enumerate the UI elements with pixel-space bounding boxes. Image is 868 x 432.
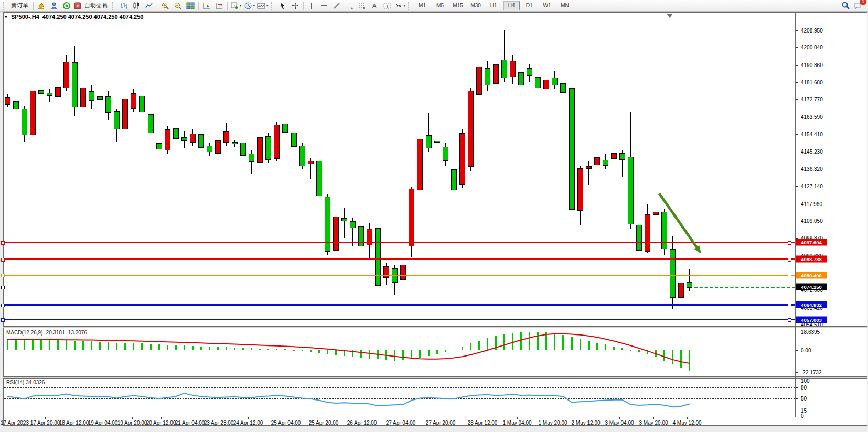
macd-histogram-bar (302, 350, 303, 351)
macd-histogram-bar (217, 347, 219, 350)
templates-icon[interactable]: ▾ (256, 1, 269, 11)
svg-text:E: E (351, 6, 353, 9)
notifications-icon[interactable]: 1 (852, 1, 864, 11)
macd-tick-label: -22.1732 (801, 370, 821, 375)
text-tool-icon[interactable]: A (369, 1, 380, 11)
candle (249, 154, 254, 162)
cursor-tool-icon[interactable] (277, 1, 288, 11)
line-handle[interactable] (1, 258, 5, 262)
candle (611, 153, 617, 159)
horizontal-line-tool-icon[interactable] (318, 1, 330, 11)
line-handle[interactable] (1, 274, 5, 277)
pane-splitter[interactable] (3, 376, 867, 377)
timeframe-button-w1[interactable]: W1 (539, 1, 555, 10)
macd-signal-value: -13.2076 (67, 330, 87, 336)
stamp-icon[interactable] (36, 1, 47, 11)
rsi-indicator-pane[interactable]: RSI(14) 34.0326 (4, 379, 795, 417)
timeframe-button-h4[interactable]: H4 (503, 1, 520, 10)
main-chart-pane[interactable] (4, 20, 795, 326)
price-tick-mark (796, 152, 798, 152)
line-handle[interactable] (788, 318, 791, 322)
chart-shift-marker[interactable] (667, 14, 673, 18)
macd-histogram-bar (267, 349, 269, 350)
search-icon[interactable] (840, 1, 851, 11)
candlestick-chart-type-icon[interactable] (131, 1, 142, 11)
price-tick-label: 4208.950 (801, 28, 823, 34)
macd-indicator-pane[interactable]: MACD(12,26,9) -20.3181 -13.2076 (4, 328, 795, 376)
candle (653, 212, 659, 215)
fibonacci-tool-icon[interactable]: F (356, 1, 368, 11)
time-tick-label: 20 Apr 12:00 (146, 420, 176, 426)
trendline-tool-icon[interactable] (331, 1, 342, 11)
line-handle[interactable] (788, 274, 791, 277)
macd-histogram-bar (327, 350, 328, 354)
horizontal-line-object[interactable] (4, 304, 795, 306)
mt4-application: 新订单 自动交易 ▾ ▾ ▾ E F A T ▾ (0, 0, 868, 432)
chart-shift-icon[interactable] (213, 1, 225, 11)
timeframe-button-m15[interactable]: M15 (449, 1, 466, 10)
candle (443, 147, 448, 161)
profile-icon[interactable] (48, 1, 60, 11)
candle (173, 128, 179, 139)
macd-histogram-bar (647, 350, 648, 354)
horizontal-line-object[interactable] (4, 258, 795, 260)
candle (350, 221, 356, 228)
time-tick-mark (103, 417, 103, 419)
line-chart-type-icon[interactable] (143, 1, 155, 11)
auto-scroll-icon[interactable] (201, 1, 212, 11)
candle (468, 91, 474, 167)
macd-histogram-bar (335, 350, 337, 355)
signals-icon[interactable] (61, 1, 72, 11)
tile-windows-icon[interactable] (185, 1, 196, 11)
horizontal-line-object[interactable] (4, 287, 795, 287)
macd-histogram-bar (470, 343, 471, 350)
time-tick-mark (619, 417, 620, 419)
macd-tick-label: 18.6395 (801, 329, 820, 334)
macd-histogram-bar (242, 348, 244, 350)
horizontal-line-object[interactable] (4, 242, 795, 243)
timeframe-button-mn[interactable]: MN (556, 1, 573, 10)
candle (5, 97, 10, 105)
line-handle[interactable] (788, 258, 791, 262)
timeframe-button-d1[interactable]: D1 (521, 1, 538, 10)
line-handle[interactable] (788, 304, 791, 307)
macd-histogram-bar (411, 350, 412, 359)
timeframe-button-m30[interactable]: M30 (467, 1, 484, 10)
time-tick-label: 25 Apr 20:00 (309, 420, 339, 426)
zoom-out-icon[interactable] (172, 1, 184, 11)
rsi-tick-mark (796, 387, 798, 388)
annotation-arrow[interactable] (4, 20, 795, 326)
time-tick-label: 28 Apr 12:00 (468, 420, 498, 426)
vertical-line-tool-icon[interactable] (306, 1, 317, 11)
crosshair-tool-icon[interactable] (290, 1, 301, 11)
periods-icon[interactable]: ▾ (243, 1, 256, 11)
line-handle[interactable] (1, 286, 5, 289)
auto-trading-button[interactable]: 自动交易 (73, 1, 110, 11)
zoom-in-icon[interactable] (159, 1, 171, 11)
line-handle[interactable] (1, 304, 5, 307)
timeframe-button-m5[interactable]: M5 (432, 1, 448, 10)
indicators-icon[interactable]: ▾ (230, 1, 242, 11)
bar-chart-type-icon[interactable] (118, 1, 130, 11)
timeframe-button-h1[interactable]: H1 (485, 1, 502, 10)
line-handle[interactable] (1, 318, 5, 322)
chart-menu-triangle-icon[interactable]: ▼ (4, 15, 8, 19)
horizontal-line-object[interactable] (4, 319, 795, 320)
candle (215, 140, 221, 154)
price-tick-label: 4190.860 (801, 62, 823, 68)
time-tick-mark (161, 417, 162, 419)
arrows-tool-icon[interactable]: ▾ (394, 1, 406, 11)
candle (190, 134, 196, 143)
equidistant-channel-tool-icon[interactable]: E (344, 1, 355, 11)
line-handle[interactable] (788, 241, 791, 245)
horizontal-line-object[interactable] (4, 275, 795, 276)
macd-histogram-bar (655, 350, 657, 357)
time-tick-label: 17 Apr 2023 (1, 420, 29, 426)
new-order-button[interactable]: 新订单 (8, 1, 31, 11)
pane-splitter[interactable] (3, 326, 867, 327)
text-label-tool-icon[interactable]: T (381, 1, 393, 11)
line-handle[interactable] (1, 241, 5, 245)
timeframe-button-m1[interactable]: M1 (414, 1, 431, 10)
candle (55, 87, 61, 97)
candle (223, 131, 229, 143)
